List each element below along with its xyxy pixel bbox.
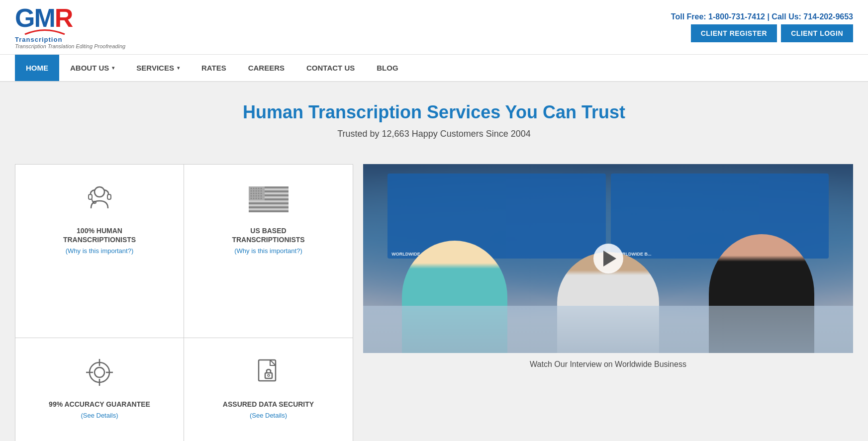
about-arrow-icon: ▾ [112, 65, 114, 71]
svg-point-20 [255, 190, 257, 192]
logo-arc-icon [15, 27, 75, 35]
header-right: Toll Free: 1-800-731-7412 | Call Us: 714… [671, 12, 853, 42]
feature-security-link[interactable]: (See Details) [250, 412, 287, 419]
lock-document-icon [249, 353, 289, 393]
svg-point-22 [260, 190, 262, 192]
svg-point-28 [250, 195, 252, 197]
svg-point-14 [253, 188, 254, 189]
feature-us-based: US BASEDTRANSCRIPTIONISTS (Why is this i… [184, 165, 353, 338]
svg-point-36 [258, 198, 259, 199]
svg-point-29 [253, 195, 254, 197]
phone-number: Toll Free: 1-800-731-7412 | Call Us: 714… [671, 12, 853, 21]
nav-item-rates[interactable]: RATES [191, 55, 237, 81]
nav-item-about[interactable]: ABOUT US ▾ [59, 55, 125, 81]
client-login-button[interactable]: CLIENT LOGIN [781, 24, 853, 42]
svg-point-39 [95, 367, 104, 377]
svg-rect-1 [89, 194, 92, 199]
video-thumbnail: WORLDWIDE BUSINESS WORLDWIDE B... [363, 164, 853, 353]
svg-point-17 [260, 188, 262, 189]
svg-point-18 [250, 190, 252, 192]
client-register-button[interactable]: CLIENT REGISTER [691, 24, 777, 42]
svg-point-24 [253, 193, 254, 194]
headset-icon [80, 179, 119, 219]
navigation: HOME ABOUT US ▾ SERVICES ▾ RATES CAREERS… [0, 55, 868, 82]
hero-section: Human Transcription Services You Can Tru… [0, 82, 868, 164]
nav-item-blog[interactable]: BLOG [366, 55, 409, 81]
feature-human: 100% HUMANTRANSCRIPTIONISTS (Why is this… [15, 165, 184, 338]
feature-security-title: ASSURED DATA SECURITY [223, 400, 314, 409]
svg-point-46 [268, 374, 270, 376]
play-triangle-icon [603, 251, 616, 266]
crosshair-icon [80, 353, 119, 393]
feature-security: ASSURED DATA SECURITY (See Details) [184, 338, 353, 441]
video-section: WORLDWIDE BUSINESS WORLDWIDE B... [363, 164, 853, 441]
svg-point-15 [255, 188, 257, 189]
feature-accuracy-link[interactable]: (See Details) [81, 412, 118, 419]
nav-item-careers[interactable]: CAREERS [237, 55, 295, 81]
svg-rect-11 [249, 210, 289, 212]
svg-rect-9 [249, 202, 289, 204]
main-content: 100% HUMANTRANSCRIPTIONISTS (Why is this… [0, 164, 868, 441]
nav-item-home[interactable]: HOME [15, 55, 59, 81]
svg-point-21 [258, 190, 259, 192]
svg-point-35 [255, 198, 257, 199]
features-grid: 100% HUMANTRANSCRIPTIONISTS (Why is this… [15, 164, 353, 441]
svg-point-33 [250, 198, 252, 199]
feature-accuracy-title: 99% ACCURACY GUARANTEE [49, 400, 150, 409]
svg-point-25 [255, 193, 257, 194]
svg-point-13 [250, 188, 252, 189]
video-player[interactable]: WORLDWIDE BUSINESS WORLDWIDE B... [363, 164, 853, 353]
video-caption: Watch Our Interview on Worldwide Busines… [363, 353, 853, 376]
hero-subtitle: Trusted by 12,663 Happy Customers Since … [10, 129, 858, 139]
svg-point-26 [258, 193, 259, 194]
svg-point-23 [250, 193, 252, 194]
svg-point-19 [253, 190, 254, 192]
feature-us-title: US BASEDTRANSCRIPTIONISTS [232, 226, 304, 244]
feature-human-title: 100% HUMANTRANSCRIPTIONISTS [63, 226, 136, 244]
svg-point-27 [260, 193, 262, 194]
header: GMR Transcription Transcription Translat… [0, 0, 868, 82]
svg-point-16 [258, 188, 259, 189]
logo: GMR Transcription Transcription Translat… [15, 5, 125, 49]
svg-point-34 [253, 198, 254, 199]
services-arrow-icon: ▾ [177, 65, 180, 71]
feature-accuracy: 99% ACCURACY GUARANTEE (See Details) [15, 338, 184, 441]
svg-rect-10 [249, 206, 289, 208]
hero-title: Human Transcription Services You Can Tru… [10, 102, 858, 123]
nav-item-services[interactable]: SERVICES ▾ [125, 55, 191, 81]
left-column: 100% HUMANTRANSCRIPTIONISTS (Why is this… [15, 164, 353, 441]
us-flag-icon [249, 179, 289, 219]
feature-human-link[interactable]: (Why is this important?) [66, 247, 134, 255]
nav-item-contact[interactable]: CONTACT US [295, 55, 366, 81]
header-buttons: CLIENT REGISTER CLIENT LOGIN [691, 24, 853, 42]
svg-point-31 [258, 195, 259, 197]
play-button[interactable] [593, 244, 623, 273]
svg-point-0 [95, 187, 104, 197]
feature-us-link[interactable]: (Why is this important?) [234, 247, 302, 255]
header-top: GMR Transcription Transcription Translat… [0, 0, 868, 55]
svg-point-37 [260, 198, 262, 199]
svg-rect-2 [107, 194, 111, 199]
svg-point-30 [255, 195, 257, 197]
logo-sub: Transcription [15, 36, 125, 43]
svg-point-32 [260, 195, 262, 197]
logo-tagline: Transcription Translation Editing Proofr… [15, 43, 125, 49]
svg-rect-45 [265, 373, 272, 378]
